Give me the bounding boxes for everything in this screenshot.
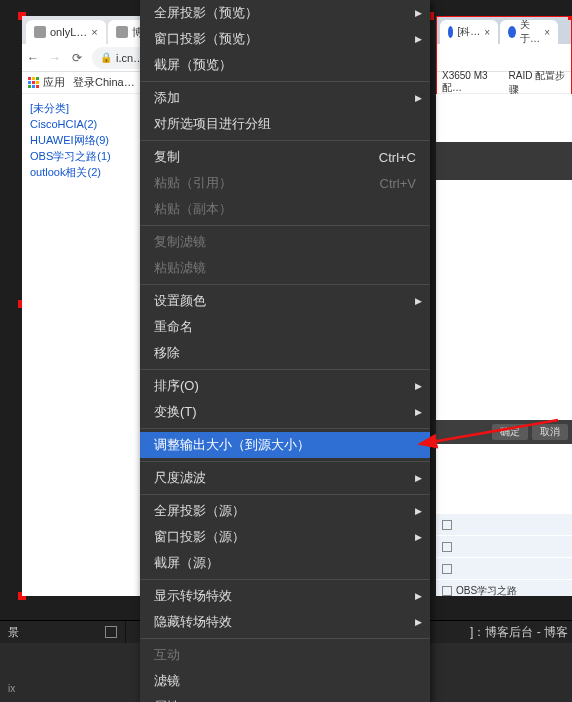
menu-item[interactable]: 重命名 xyxy=(140,314,430,340)
menu-item-label: 滤镜 xyxy=(154,672,180,690)
menu-separator xyxy=(140,428,430,429)
bookmarks-bar: X3650 M3配… RAID 配置步骤 xyxy=(436,72,572,94)
back-icon[interactable]: ← xyxy=(26,51,40,65)
chevron-right-icon: ▶ xyxy=(415,591,422,601)
bookmark-item[interactable]: RAID 配置步骤 xyxy=(509,69,566,97)
menu-item[interactable]: 复制Ctrl+C xyxy=(140,144,430,170)
menu-item: 粘贴滤镜 xyxy=(140,255,430,281)
menu-item[interactable]: 滤镜 xyxy=(140,668,430,694)
menu-item-label: 调整输出大小（到源大小） xyxy=(154,436,310,454)
tab-label: onlyL… xyxy=(50,26,87,38)
browser-tab[interactable]: 关于… × xyxy=(500,20,558,44)
checkbox-icon[interactable] xyxy=(442,520,452,530)
apps-button[interactable]: 应用 xyxy=(28,75,65,90)
menu-item-label: 互动 xyxy=(154,646,180,664)
menu-item-label: 隐藏转场特效 xyxy=(154,613,232,631)
selection-handle[interactable] xyxy=(568,16,572,20)
menu-item-label: 对所选项目进行分组 xyxy=(154,115,271,133)
close-icon[interactable]: × xyxy=(544,27,550,38)
browser-tab[interactable]: onlyL… × xyxy=(26,20,106,44)
menu-separator xyxy=(140,284,430,285)
menu-item[interactable]: 调整输出大小（到源大小） xyxy=(140,432,430,458)
menu-item-label: 添加 xyxy=(154,89,180,107)
menu-item[interactable]: 截屏（源） xyxy=(140,550,430,576)
list-item[interactable] xyxy=(436,558,572,580)
chevron-right-icon: ▶ xyxy=(415,34,422,44)
forward-icon[interactable]: → xyxy=(48,51,62,65)
menu-item-label: 截屏（预览） xyxy=(154,56,232,74)
menu-item: 复制滤镜 xyxy=(140,229,430,255)
close-icon[interactable]: × xyxy=(484,27,490,38)
checkbox-icon[interactable] xyxy=(442,586,452,596)
menu-item-label: 全屏投影（源） xyxy=(154,502,245,520)
browser-tab[interactable]: [科… × xyxy=(440,20,498,44)
list-item[interactable]: OBS学习之路 xyxy=(436,580,572,596)
menu-item-label: 全屏投影（预览） xyxy=(154,4,258,22)
chevron-right-icon: ▶ xyxy=(415,8,422,18)
menu-item[interactable]: 截屏（预览） xyxy=(140,52,430,78)
menu-item-label: 粘贴（副本） xyxy=(154,200,232,218)
context-menu[interactable]: 全屏投影（预览）▶窗口投影（预览）▶截屏（预览）添加▶对所选项目进行分组复制Ct… xyxy=(140,0,430,702)
checkbox-icon[interactable] xyxy=(442,542,452,552)
menu-item[interactable]: 移除 xyxy=(140,340,430,366)
menu-item-label: 设置颜色 xyxy=(154,292,206,310)
source-window-right[interactable]: [科… × 关于… × X3650 M3配… RAID 配置步骤 确定 取消 xyxy=(436,16,572,596)
menu-item-shortcut: Ctrl+C xyxy=(379,150,416,165)
menu-separator xyxy=(140,140,430,141)
close-icon[interactable]: × xyxy=(91,26,97,38)
svg-line-0 xyxy=(432,420,558,442)
menu-item[interactable]: 全屏投影（源）▶ xyxy=(140,498,430,524)
menu-item[interactable]: 窗口投影（预览）▶ xyxy=(140,26,430,52)
apps-label: 应用 xyxy=(43,75,65,90)
content-block xyxy=(436,142,572,180)
dock-label: 景 xyxy=(8,625,19,640)
chevron-right-icon: ▶ xyxy=(415,506,422,516)
menu-item[interactable]: 窗口投影（源）▶ xyxy=(140,524,430,550)
list-item[interactable] xyxy=(436,514,572,536)
chevron-right-icon: ▶ xyxy=(415,296,422,306)
favicon-icon xyxy=(508,26,516,38)
tab-label: 关于… xyxy=(520,20,540,44)
menu-item-label: 复制 xyxy=(154,148,180,166)
menu-separator xyxy=(140,638,430,639)
menu-item[interactable]: 变换(T)▶ xyxy=(140,399,430,425)
dock-panel-scenes[interactable]: 景 xyxy=(0,621,126,643)
bookmark-item[interactable]: X3650 M3配… xyxy=(442,70,499,95)
chevron-right-icon: ▶ xyxy=(415,617,422,627)
menu-separator xyxy=(140,494,430,495)
menu-item[interactable]: 添加▶ xyxy=(140,85,430,111)
menu-item-label: 截屏（源） xyxy=(154,554,219,572)
menu-item[interactable]: 设置颜色▶ xyxy=(140,288,430,314)
menu-item[interactable]: 排序(O)▶ xyxy=(140,373,430,399)
chevron-right-icon: ▶ xyxy=(415,532,422,542)
list-item-label: OBS学习之路 xyxy=(456,584,517,597)
menu-item[interactable]: 隐藏转场特效▶ xyxy=(140,609,430,635)
checkbox-icon[interactable] xyxy=(442,564,452,574)
menu-separator xyxy=(140,579,430,580)
menu-separator xyxy=(140,81,430,82)
list-item[interactable] xyxy=(436,536,572,558)
category-list: OBS学习之路 xyxy=(436,514,572,596)
menu-item-label: 重命名 xyxy=(154,318,193,336)
dock-footer-label: ix xyxy=(0,683,23,699)
reload-icon[interactable]: ⟳ xyxy=(70,51,84,65)
menu-item-label: 移除 xyxy=(154,344,180,362)
bookmark-item[interactable]: 登录China… xyxy=(73,75,135,90)
favicon-icon xyxy=(116,26,128,38)
chevron-right-icon: ▶ xyxy=(415,407,422,417)
menu-item[interactable]: 对所选项目进行分组 xyxy=(140,111,430,137)
menu-item[interactable]: 显示转场特效▶ xyxy=(140,583,430,609)
menu-item-shortcut: Ctrl+V xyxy=(380,176,416,191)
chevron-right-icon: ▶ xyxy=(415,381,422,391)
favicon-icon xyxy=(448,26,453,38)
menu-item[interactable]: 尺度滤波▶ xyxy=(140,465,430,491)
menu-item[interactable]: 全屏投影（预览）▶ xyxy=(140,0,430,26)
annotation-arrow xyxy=(428,418,568,461)
menu-item[interactable]: 属性 xyxy=(140,694,430,702)
content-block xyxy=(436,180,572,420)
popout-icon[interactable] xyxy=(105,626,117,638)
menu-item-label: 粘贴（引用） xyxy=(154,174,232,192)
menu-item-label: 显示转场特效 xyxy=(154,587,232,605)
menu-item-label: 窗口投影（预览） xyxy=(154,30,258,48)
chevron-right-icon: ▶ xyxy=(415,473,422,483)
